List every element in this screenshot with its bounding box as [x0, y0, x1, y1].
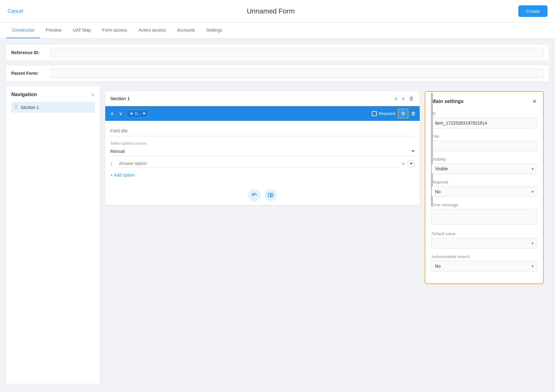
section-down-button[interactable]: ∨: [401, 95, 406, 102]
content-area: Navigation « ⠿ Section 1 ∧ ∨: [6, 86, 549, 384]
reference-id-input[interactable]: [51, 48, 544, 57]
settings-autocomplete-select[interactable]: No Yes: [432, 261, 537, 271]
settings-default-value-label: Default value: [432, 231, 537, 236]
required-checkbox[interactable]: Required: [372, 111, 395, 116]
drag-handle-icon: ⠿: [14, 104, 18, 110]
reference-id-row: Reference ID:: [6, 45, 549, 60]
nav-section-label: Section 1: [21, 105, 39, 110]
section-name-input[interactable]: [110, 96, 393, 101]
tab-preview[interactable]: Preview: [40, 23, 67, 38]
section-up-button[interactable]: ∧: [393, 95, 398, 102]
settings-default-value-select[interactable]: [432, 238, 537, 249]
section-actions: ∧ ∨ 🗑: [393, 95, 415, 102]
options-source-label: Select options source: [110, 141, 415, 146]
tab-uat-map[interactable]: UAT Map: [67, 23, 96, 38]
settings-id-label: ID: [432, 111, 537, 116]
settings-required-wrapper: No Yes: [432, 186, 537, 197]
settings-error-message-label: Error message: [432, 203, 537, 207]
svg-rect-5: [268, 193, 270, 197]
settings-required-select[interactable]: No Yes: [432, 186, 537, 197]
answer-style-arrow: [410, 163, 413, 165]
create-button[interactable]: Create: [518, 5, 547, 17]
settings-id-input[interactable]: [432, 118, 537, 128]
settings-error-message-input[interactable]: [432, 209, 537, 225]
tabs-bar: Constructor Preview UAT Map Form access …: [0, 23, 555, 39]
settings-panel-title: Main settings: [432, 99, 464, 104]
parent-form-row: Parent Form:: [6, 65, 549, 81]
answer-remove-icon[interactable]: ✕: [402, 161, 405, 166]
nav-title: Navigation: [11, 92, 37, 97]
settings-visibility-select[interactable]: Visible Hidden Conditional: [432, 163, 537, 174]
tab-constructor[interactable]: Constructor: [6, 23, 40, 38]
cancel-button[interactable]: Cancel: [8, 8, 23, 14]
tab-form-access[interactable]: Form access: [96, 23, 133, 38]
settings-autocomplete-label: Autocomplete search: [432, 254, 537, 259]
add-option-button[interactable]: + Add option: [110, 170, 135, 180]
settings-panel-header: Main settings ✕: [432, 98, 537, 105]
settings-default-value-wrapper: [432, 238, 537, 249]
nav-collapse-button[interactable]: «: [91, 91, 95, 98]
settings-required-field: Required No Yes: [432, 180, 537, 197]
options-source-select[interactable]: Manual: [110, 147, 415, 156]
settings-visibility-label: Visibility: [432, 157, 537, 162]
tab-actors-access[interactable]: Actors access: [133, 23, 171, 38]
field-settings-button[interactable]: ⚙: [398, 109, 408, 118]
add-field-button[interactable]: [248, 189, 261, 201]
tab-accounts[interactable]: Accounts: [171, 23, 201, 38]
settings-autocomplete-wrapper: No Yes: [432, 261, 537, 271]
type-dropdown-icon: [143, 113, 146, 115]
required-label: Required: [379, 111, 395, 116]
settings-title-field: Title: [432, 134, 537, 151]
svg-rect-4: [252, 193, 256, 193]
form-title: Unnamed Form: [247, 7, 295, 15]
settings-autocomplete-field: Autocomplete search No Yes: [432, 254, 537, 271]
options-source-value: Manual: [110, 149, 125, 154]
svg-rect-3: [256, 194, 257, 195]
field-type-label: D...: [135, 111, 141, 116]
header: Cancel Unnamed Form Create: [0, 0, 555, 23]
parent-form-input[interactable]: [51, 69, 544, 78]
nav-header: Navigation «: [11, 91, 95, 98]
field-down-button[interactable]: ∨: [118, 110, 124, 117]
svg-rect-0: [252, 194, 256, 194]
answer-option-row: 1. ✕: [110, 160, 415, 168]
section-header: ∧ ∨ 🗑: [105, 91, 420, 106]
field-up-button[interactable]: ∧: [109, 110, 115, 117]
tab-settings[interactable]: Settings: [201, 23, 228, 38]
answer-num: 1.: [110, 161, 117, 166]
reference-id-label: Reference ID:: [11, 50, 46, 55]
add-columns-button[interactable]: [264, 189, 277, 201]
field-title-input[interactable]: [110, 126, 415, 136]
required-checkbox-box: [372, 111, 377, 116]
nav-item-section1[interactable]: ⠿ Section 1: [11, 102, 95, 113]
field-content: Select options source Manual 1. ✕: [105, 121, 420, 185]
settings-error-message-field: Error message: [432, 203, 537, 226]
navigation-sidebar: Navigation « ⠿ Section 1: [6, 86, 100, 384]
builder-area: ∧ ∨ 🗑 ∧ ∨ ▼ D...: [100, 86, 425, 384]
settings-required-label: Required: [432, 180, 537, 184]
settings-title-label: Title: [432, 134, 537, 139]
settings-panel-close-button[interactable]: ✕: [532, 98, 537, 105]
settings-visibility-field: Visibility Visible Hidden Conditional: [432, 157, 537, 174]
main-content: Reference ID: Parent Form: Navigation « …: [0, 39, 555, 390]
svg-rect-9: [272, 194, 272, 196]
answer-option-input[interactable]: [119, 160, 399, 168]
field-type-selector[interactable]: ▼ D...: [127, 110, 148, 118]
settings-visibility-wrapper: Visible Hidden Conditional: [432, 163, 537, 174]
options-source-dropdown-icon: [412, 150, 415, 152]
section-delete-button[interactable]: 🗑: [408, 95, 415, 102]
main-settings-panel: Main settings ✕ ID Title Visibility: [425, 91, 544, 284]
bottom-icons: [105, 185, 420, 205]
field-toolbar: ∧ ∨ ▼ D... Required ⚙ 🗑: [105, 106, 420, 121]
svg-rect-1: [252, 195, 254, 196]
settings-id-field: ID: [432, 111, 537, 128]
settings-default-value-field: Default value: [432, 231, 537, 249]
section-block: ∧ ∨ 🗑 ∧ ∨ ▼ D...: [105, 91, 420, 205]
answer-style-selector[interactable]: [408, 160, 415, 167]
field-delete-button[interactable]: 🗑: [411, 111, 416, 116]
settings-title-input[interactable]: [432, 141, 537, 151]
parent-form-label: Parent Form:: [11, 71, 46, 76]
